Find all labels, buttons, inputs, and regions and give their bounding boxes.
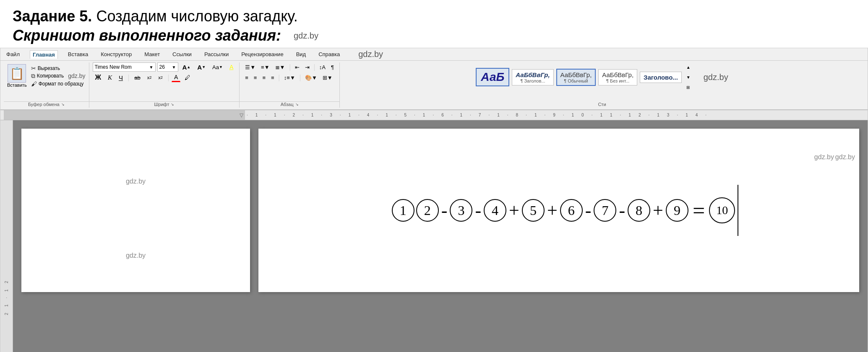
ruler-numbers: ·1·1·2·1·3·1·4·1·5·1·6·1·7·1·8·1·9·10·11… xyxy=(247,113,714,117)
grow-font-button[interactable]: A▲ xyxy=(180,62,193,72)
font-name-value: Times New Rom xyxy=(95,64,132,70)
ruler-right: ·1·1·2·1·3·1·4·1·5·1·6·1·7·1·8·1·9·10·11… xyxy=(245,110,864,120)
page-left-watermark2: gdz.by xyxy=(126,252,146,259)
paragraph-arrow-icon[interactable]: ↘ xyxy=(295,102,299,106)
menu-file[interactable]: Файл xyxy=(4,50,22,58)
decrease-indent-button[interactable]: ⇤ xyxy=(293,62,302,72)
copy-button[interactable]: ⧉ Копировать gdz.by xyxy=(31,72,86,80)
increase-indent-button[interactable]: ⇥ xyxy=(303,62,312,72)
para-row-2: ≡ ≡ ≡ ≡ | ↕≡▼ | 🎨▼ ⊞▼ xyxy=(243,73,336,82)
task-title: Задание 5. Создадим числовую загадку. xyxy=(13,8,298,25)
num-5: 5 xyxy=(522,199,545,222)
menu-home[interactable]: Главная xyxy=(30,50,58,59)
page-header: Задание 5. Создадим числовую загадку. Ск… xyxy=(0,0,868,48)
format-paint-button[interactable]: 🖌 Формат по образцу xyxy=(31,80,86,87)
justify-button[interactable]: ≡ xyxy=(269,73,276,82)
font-highlight-color-button[interactable]: 🖊 xyxy=(182,73,193,82)
menu-links[interactable]: Ссылки xyxy=(170,50,194,58)
menu-bar: Файл Главная Вставка Конструктор Макет С… xyxy=(0,48,868,61)
paragraph-controls: ☰▼ ≡▼ ≣▼ | ⇤ ⇥ | ↕A ¶ ≡ ≡ ≡ ≡ | ↕ xyxy=(243,62,336,90)
border-button[interactable]: ⊞▼ xyxy=(321,73,335,82)
page-right-watermark1: gdz.by xyxy=(814,153,834,161)
style-zagolov[interactable]: АаБбВвГр, ¶ Заголов... xyxy=(512,69,553,85)
style-zagolov2[interactable]: Заголово... xyxy=(640,72,682,83)
op-minus-4: - xyxy=(619,200,625,221)
num-3: 3 xyxy=(450,199,472,222)
styles-group: АаБ АаБбВвГр, ¶ Заголов... АаБбВвГр, ¶ О… xyxy=(340,62,864,108)
clipboard-controls: 📋 Вставить ✂ Вырезать ⧉ Копировать gdz.b… xyxy=(5,62,86,97)
styles-group-label: Сти xyxy=(340,102,864,107)
para-row-1: ☰▼ ≡▼ ≣▼ | ⇤ ⇥ | ↕A ¶ xyxy=(243,62,336,72)
font-color-button[interactable]: A xyxy=(172,73,180,82)
case-button[interactable]: Aa▼ xyxy=(210,62,225,72)
menu-insert[interactable]: Вставка xyxy=(65,50,91,58)
ruler-marker: ▽ xyxy=(240,112,243,118)
task-number: Задание 5. xyxy=(13,8,92,25)
menu-view[interactable]: Вид xyxy=(294,50,309,58)
numbering-button[interactable]: ≡▼ xyxy=(259,62,271,72)
italic-button[interactable]: К xyxy=(105,73,115,82)
menu-layout[interactable]: Макет xyxy=(142,50,162,58)
num-8: 8 xyxy=(628,199,650,222)
align-left-button[interactable]: ≡ xyxy=(243,73,250,82)
strikethrough-button[interactable]: ab xyxy=(132,73,143,82)
menu-mailings[interactable]: Рассылки xyxy=(202,50,231,58)
bullets-button[interactable]: ☰▼ xyxy=(243,62,258,72)
document-area: 2 1 · 1 2 gdz.by gdz.by 1 2 - 3 xyxy=(0,120,868,352)
styles-expand[interactable]: ⊞ xyxy=(684,83,693,92)
font-size-select[interactable]: 26 ▼ xyxy=(157,62,178,72)
num-1: 1 xyxy=(392,199,414,222)
menu-help[interactable]: Справка xyxy=(316,50,342,58)
ruler-v-2b: 2 xyxy=(4,281,9,283)
word-app: Файл Главная Вставка Конструктор Макет С… xyxy=(0,48,868,352)
align-center-button[interactable]: ≡ xyxy=(252,73,259,82)
bold-button[interactable]: Ж xyxy=(93,73,104,82)
cut-button[interactable]: ✂ Вырезать xyxy=(31,65,86,72)
underline-button[interactable]: Ч xyxy=(116,73,125,82)
show-formatting-button[interactable]: ¶ xyxy=(329,62,336,72)
header-watermark1: gdz.by xyxy=(294,31,318,41)
page-left: gdz.by gdz.by xyxy=(21,129,250,292)
shrink-font-button[interactable]: A▼ xyxy=(195,62,208,72)
clipboard-sub-items: ✂ Вырезать ⧉ Копировать gdz.by 🖌 Формат … xyxy=(31,65,86,87)
font-group: Times New Rom ▼ 26 ▼ A▲ A▼ Aa▼ A Ж К xyxy=(89,62,240,108)
copy-label: Копировать xyxy=(37,73,64,79)
paste-label: Вставить xyxy=(7,83,27,88)
superscript-button[interactable]: x2 xyxy=(156,73,165,82)
subscript-button[interactable]: x2 xyxy=(145,73,154,82)
fill-color-button[interactable]: 🎨▼ xyxy=(303,73,319,82)
font-controls: Times New Rom ▼ 26 ▼ A▲ A▼ Aa▼ A Ж К xyxy=(93,62,236,90)
ruler-v-1b: 1 xyxy=(4,289,9,292)
paste-button[interactable]: 📋 Вставить xyxy=(5,62,29,89)
styles-scroll-up[interactable]: ▲ xyxy=(684,62,693,72)
font-row-1: Times New Rom ▼ 26 ▼ A▲ A▼ Aa▼ A xyxy=(93,62,236,72)
size-dropdown-icon[interactable]: ▼ xyxy=(172,65,176,70)
ruler-left-margin: ▽ xyxy=(4,110,245,120)
line-spacing-button[interactable]: ↕≡▼ xyxy=(282,73,297,82)
num-7: 7 xyxy=(594,199,616,222)
paste-icon: 📋 xyxy=(8,64,26,83)
op-minus-1: - xyxy=(441,200,448,221)
menu-constructor[interactable]: Конструктор xyxy=(98,50,134,58)
op-plus-1: + xyxy=(509,200,519,221)
pages-area: gdz.by gdz.by 1 2 - 3 - 4 + 5 + 6 - xyxy=(13,120,868,352)
align-right-button[interactable]: ≡ xyxy=(260,73,268,82)
page-right: 1 2 - 3 - 4 + 5 + 6 - 7 - 8 + 9 = xyxy=(258,129,859,292)
num-4: 4 xyxy=(484,199,506,222)
sort-button[interactable]: ↕A xyxy=(317,62,328,72)
style-no-int[interactable]: АаБбВвГр, ¶ Без инт... xyxy=(598,69,637,85)
menu-review[interactable]: Рецензирование xyxy=(239,50,286,58)
clipboard-arrow-icon[interactable]: ↘ xyxy=(61,102,65,106)
styles-scroll-down[interactable]: ▼ xyxy=(684,72,693,82)
ruler-v-2: 2 xyxy=(4,313,9,315)
heading-style-big[interactable]: АаБ xyxy=(476,68,509,86)
equals-sign: = xyxy=(693,198,705,223)
highlight-button[interactable]: A xyxy=(227,62,236,72)
font-name-select[interactable]: Times New Rom ▼ xyxy=(93,62,156,72)
font-dropdown-icon[interactable]: ▼ xyxy=(149,65,154,70)
font-row-2: Ж К Ч | ab x2 x2 | A 🖊 xyxy=(93,73,236,82)
clipboard-watermark: gdz.by xyxy=(68,72,85,79)
font-arrow-icon[interactable]: ↘ xyxy=(171,102,174,106)
style-obychny[interactable]: АаБбВвГр, ¶ Обычный xyxy=(556,69,596,86)
multilevel-button[interactable]: ≣▼ xyxy=(273,62,287,72)
